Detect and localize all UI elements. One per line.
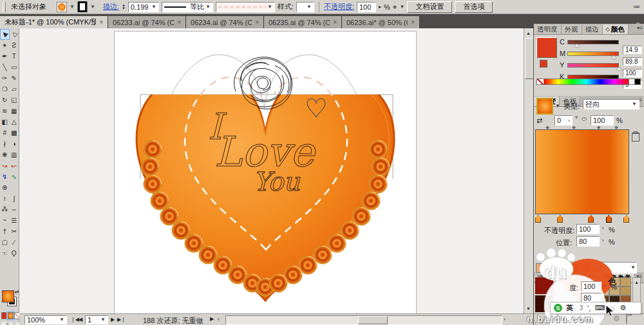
warp-tool[interactable]: ≀ [0, 193, 10, 204]
draw-behind-button[interactable] [9, 322, 15, 325]
eraser-tool[interactable]: ▱ [10, 84, 19, 95]
harmony-swatch[interactable] [548, 263, 558, 272]
white-swatch[interactable] [629, 79, 635, 85]
draw-normal-button[interactable] [1, 322, 8, 325]
stop-opacity-spinner[interactable]: › [602, 225, 604, 231]
measure-tool[interactable]: † [0, 226, 10, 237]
stroke-dropdown-icon[interactable]: ▼ [90, 5, 95, 10]
ime-wrench-icon[interactable]: ⚙ [620, 304, 627, 312]
document-setup-button[interactable]: 文档设置 [407, 1, 452, 13]
ime-trash-icon[interactable] [626, 314, 627, 324]
harmony-rule-select[interactable]: ▼ [547, 262, 637, 274]
panel-tab-颜色[interactable]: ◇颜色 [603, 24, 629, 34]
floating-location-spinner[interactable]: › [604, 295, 606, 301]
status-menu-icon[interactable]: ▶ [210, 316, 214, 322]
document-tab[interactable]: 06233.ai @ 74% (CMYK...× [108, 16, 186, 28]
reverse-gradient-icon[interactable]: ⇄ [536, 116, 542, 125]
canvas-area[interactable]: I Love You ▲ ▼ [19, 28, 533, 313]
width-profile-select[interactable]: 等比▼ [162, 2, 213, 12]
brush-definition-select[interactable]: ▼ [216, 2, 275, 12]
isolate-pointer-icon[interactable]: ⌖ [393, 3, 397, 12]
width-liquify-tool[interactable]: ↝ [0, 160, 10, 171]
ime-fullhalf-icon[interactable]: ☽ [577, 304, 583, 312]
pen-tool[interactable]: ✒ [0, 51, 10, 62]
floating-opacity-spinner[interactable]: › [604, 283, 606, 289]
spectrum-gradient[interactable] [544, 79, 629, 85]
ime-punct-icon[interactable]: ’, [587, 304, 591, 312]
artboard-number-select[interactable]: 1▼ [85, 315, 108, 324]
black-swatch[interactable] [635, 79, 641, 85]
control-panel-menu-icon[interactable]: ≔ [633, 3, 640, 11]
ime-keyboard-icon[interactable]: ⌨ [594, 304, 605, 312]
hand-tool[interactable]: ☜ [0, 248, 10, 259]
vertical-scrollbar[interactable]: ▲ ▼ [524, 28, 533, 313]
gradient-mode-button[interactable] [8, 312, 14, 319]
free-transform-tool[interactable]: ▦ [10, 106, 19, 116]
opacity-panel-link[interactable]: 不透明度: [324, 2, 354, 12]
hscroll-right-icon[interactable]: › [504, 316, 506, 322]
stroke-panel-link[interactable]: 描边: [103, 2, 119, 12]
guide-color-swatch[interactable] [620, 277, 631, 286]
gradient-stop[interactable] [606, 215, 612, 223]
guide-color-swatch[interactable] [620, 286, 631, 295]
blob-brush-tool[interactable]: ❍ [0, 84, 10, 95]
harmony-swatch[interactable] [559, 263, 569, 272]
slider-marker-icon[interactable] [616, 67, 621, 70]
pointer-dropdown-icon[interactable]: ▼ [400, 5, 405, 10]
guide-scroll-up-icon[interactable]: ▲ [632, 278, 641, 286]
stop-opacity-input[interactable]: 100 [576, 224, 600, 234]
twirl-tool[interactable]: ↜ [10, 160, 19, 171]
gradient-tool[interactable]: ▩ [10, 127, 19, 138]
stop-location-spinner[interactable]: › [602, 237, 604, 243]
floating-opacity-input[interactable]: 100 [581, 281, 601, 292]
stroke-weight-stepper[interactable]: ▲▼ [122, 4, 126, 10]
rectangle-tool[interactable]: ▭ [10, 62, 19, 73]
pencil-tool[interactable]: ✎ [10, 73, 19, 84]
symbol-sprayer-tool[interactable]: ❋ [0, 149, 10, 160]
horizontal-scroll-thumb[interactable] [358, 316, 388, 324]
width-tool[interactable]: ≋ [0, 106, 10, 116]
harmony-swatch[interactable] [581, 263, 591, 272]
delete-stop-trash-icon[interactable] [632, 133, 639, 142]
gradient-stop[interactable] [557, 215, 563, 223]
pucker-tool[interactable]: ∫ [10, 193, 19, 204]
slice-tool[interactable]: ▢ [0, 237, 10, 248]
smooth-tool[interactable]: ∽ [10, 204, 19, 215]
perspective-grid-tool[interactable]: △ [10, 116, 19, 127]
sogou-logo-icon[interactable]: S [554, 304, 562, 312]
gradient-aspect-input[interactable]: 100 [591, 115, 614, 125]
first-artboard-icon[interactable]: ❘◀ [71, 317, 79, 322]
color-mode-button[interactable] [1, 312, 7, 319]
direct-selection-tool[interactable]: ▷ [10, 29, 19, 40]
gradient-stop[interactable] [623, 215, 629, 223]
gradient-stop[interactable] [535, 215, 541, 223]
wrinkle-tool[interactable]: ∿ [10, 171, 19, 182]
scroll-up-icon[interactable]: ▲ [524, 29, 533, 37]
harmony-swatch[interactable] [592, 263, 602, 272]
eyedropper-tool[interactable]: ∤ [0, 138, 10, 149]
fill-color-swatch[interactable] [57, 2, 67, 12]
gradient-presets-dropdown-icon[interactable]: ▼ [555, 104, 560, 109]
none-swatch[interactable] [536, 79, 544, 85]
type-tool[interactable]: T [10, 51, 19, 62]
tab-close-icon[interactable]: × [333, 19, 337, 26]
blend-tool[interactable]: ◑ [10, 138, 19, 149]
scale-tool[interactable]: ◱ [10, 95, 19, 106]
document-tab[interactable]: 06236.ai* @ 50% (CMY...× [342, 16, 420, 28]
panel-tab-外观[interactable]: 外观 [562, 24, 582, 34]
stop-location-input[interactable]: 80 [576, 236, 600, 246]
panel-menu-icon[interactable]: ▾≡ [637, 25, 643, 31]
rotate-tool[interactable]: ↻ [0, 95, 10, 106]
fill-dropdown-icon[interactable]: ▼ [70, 5, 75, 10]
artboard-tool[interactable]: ⊕ [0, 182, 10, 193]
panel-tab-透明度[interactable]: 透明度 [534, 24, 562, 34]
line-segment-tool[interactable]: ╲ [0, 62, 10, 73]
preferences-button[interactable]: 首选项 [455, 1, 493, 13]
selection-tool[interactable]: ▶ [0, 29, 10, 40]
gradient-angle-input[interactable]: 0› [554, 115, 573, 125]
gradient-preview[interactable] [535, 129, 629, 214]
mini-fill-proxy-icon[interactable] [540, 60, 547, 68]
stroke-color-swatch[interactable] [77, 2, 88, 12]
slider-marker-icon[interactable] [611, 55, 616, 59]
guide-swatch-large-1[interactable] [535, 277, 553, 294]
